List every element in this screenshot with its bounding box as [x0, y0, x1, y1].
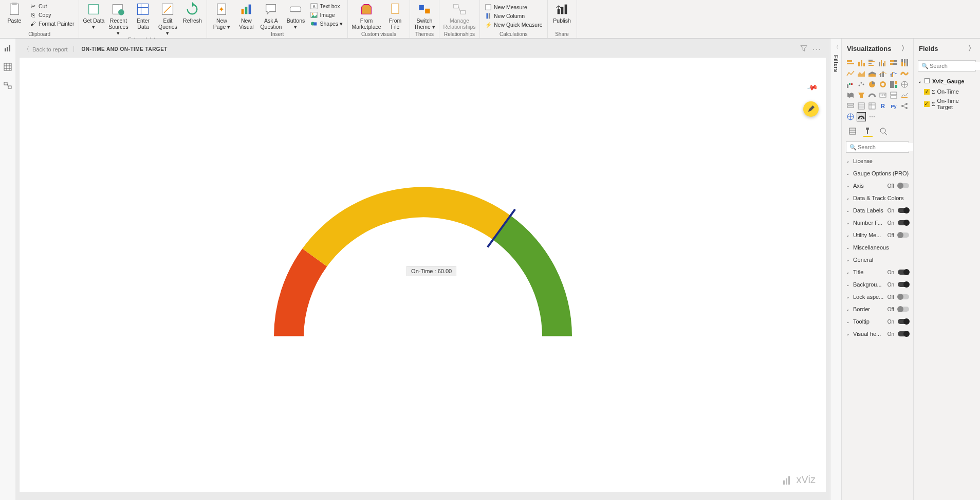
filter-icon[interactable] [800, 45, 807, 53]
format-item[interactable]: ⌄AxisOff [842, 180, 913, 192]
toggle-switch[interactable] [898, 319, 909, 324]
viz-line-stacked-column[interactable] [878, 69, 887, 78]
buttons-button[interactable]: Buttons ▾ [283, 1, 308, 31]
toggle-switch[interactable] [898, 282, 909, 287]
format-item[interactable]: ⌄TooltipOn [842, 315, 913, 328]
manage-relationships-button[interactable]: Manage Relationships [441, 1, 477, 31]
toggle-switch[interactable] [898, 208, 909, 213]
viz-r-script[interactable]: R [878, 101, 887, 111]
toggle-switch[interactable] [898, 307, 909, 312]
nav-model-view[interactable] [3, 81, 12, 90]
viz-clustered-bar[interactable] [867, 58, 877, 67]
from-marketplace-button[interactable]: From Marketplace [350, 1, 383, 31]
format-item[interactable]: ⌄Visual he...On [842, 328, 913, 340]
new-page-button[interactable]: ✦ New Page ▾ [209, 1, 234, 31]
toggle-switch[interactable] [898, 270, 909, 275]
copy-button[interactable]: ⎘ Copy [28, 11, 76, 19]
from-file-button[interactable]: From File [383, 1, 408, 31]
format-item[interactable]: ⌄TitleOn [842, 266, 913, 278]
format-item[interactable]: ⌄BorderOff [842, 303, 913, 315]
toggle-switch[interactable] [898, 294, 909, 299]
format-item[interactable]: ⌄Data & Track Colors [842, 192, 913, 204]
format-item[interactable]: ⌄License [842, 155, 913, 167]
viz-funnel[interactable] [857, 91, 866, 100]
viz-map[interactable] [900, 80, 909, 89]
viz-filled-map[interactable] [846, 91, 855, 100]
get-data-button[interactable]: Get Data ▾ [81, 1, 106, 31]
more-options-icon[interactable]: ··· [812, 45, 822, 53]
enter-data-button[interactable]: Enter Data [131, 1, 155, 31]
new-visual-button[interactable]: New Visual [234, 1, 258, 31]
viz-scatter[interactable] [857, 80, 866, 89]
shapes-button[interactable]: Shapes ▾ [309, 20, 344, 28]
edit-pencil-button[interactable] [803, 101, 819, 117]
viz-card[interactable]: 123 [878, 91, 887, 100]
viz-stacked-bar[interactable] [846, 58, 855, 67]
viz-table[interactable] [857, 101, 866, 111]
format-item[interactable]: ⌄Gauge Options (PRO) [842, 167, 913, 180]
viz-gauge[interactable] [867, 91, 877, 100]
format-item[interactable]: ⌄Backgrou...On [842, 278, 913, 291]
viz-decomposition[interactable] [846, 112, 855, 121]
viz-tab-analytics[interactable] [879, 128, 888, 137]
format-item[interactable]: ⌄Miscellaneous [842, 241, 913, 254]
toggle-switch[interactable] [898, 220, 909, 225]
viz-kpi[interactable] [900, 91, 909, 100]
viz-clustered-column[interactable] [878, 58, 887, 67]
field-item[interactable]: ✓ΣOn-Time [918, 87, 976, 96]
format-item[interactable]: ⌄General [842, 254, 913, 266]
format-item[interactable]: ⌄Number F...On [842, 217, 913, 229]
edit-queries-button[interactable]: Edit Queries ▾ [155, 1, 180, 37]
viz-more[interactable] [867, 112, 877, 121]
format-item[interactable]: ⌄Utility Me...Off [842, 229, 913, 241]
viz-pie[interactable] [867, 80, 877, 89]
toggle-switch[interactable] [898, 183, 909, 188]
cut-button[interactable]: ✂ Cut [28, 2, 76, 10]
viz-waterfall[interactable] [846, 80, 855, 89]
viz-tab-fields[interactable] [848, 128, 857, 137]
report-canvas[interactable]: 📌 On-Time : 60.00 [20, 58, 826, 492]
viz-python[interactable]: Py [889, 101, 898, 111]
viz-donut[interactable] [878, 80, 887, 89]
field-table-header[interactable]: ⌄Xviz_Gauge [918, 76, 976, 87]
field-checkbox[interactable]: ✓ [924, 101, 930, 107]
viz-slicer[interactable] [846, 101, 855, 111]
format-item[interactable]: ⌄Data LabelsOn [842, 204, 913, 217]
paste-button[interactable]: Paste [2, 1, 27, 25]
format-item[interactable]: ⌄Lock aspe...Off [842, 291, 913, 303]
field-item[interactable]: ✓ΣOn-Time Target [918, 96, 976, 112]
toggle-switch[interactable] [898, 331, 909, 336]
text-box-button[interactable]: A Text box [309, 2, 344, 10]
image-button[interactable]: Image [309, 11, 344, 19]
new-quick-measure-button[interactable]: ⚡ New Quick Measure [483, 21, 544, 29]
viz-search-box[interactable]: 🔍 [846, 141, 909, 153]
viz-custom-gauge[interactable] [857, 112, 866, 121]
viz-matrix[interactable] [867, 101, 877, 111]
chevron-right-icon[interactable]: 〉 [901, 44, 908, 53]
ask-question-button[interactable]: Ask A Question [258, 1, 283, 31]
back-to-report-link[interactable]: 〈 Back to report [24, 45, 67, 53]
pin-icon[interactable]: 📌 [806, 82, 818, 94]
switch-theme-button[interactable]: Switch Theme ▾ [412, 1, 437, 31]
viz-treemap[interactable] [889, 80, 898, 89]
viz-stacked-column[interactable] [857, 58, 866, 67]
viz-line[interactable] [846, 69, 855, 78]
format-painter-button[interactable]: 🖌 Format Painter [28, 20, 76, 28]
new-measure-button[interactable]: New Measure [483, 3, 544, 11]
filters-pane-collapsed[interactable]: 〈 Filters [830, 39, 841, 500]
chevron-right-icon[interactable]: 〉 [968, 44, 975, 53]
viz-line-clustered-column[interactable] [889, 69, 898, 78]
fields-search-input[interactable] [929, 62, 980, 70]
recent-sources-button[interactable]: Recent Sources ▾ [106, 1, 131, 37]
viz-tab-format[interactable] [863, 128, 873, 137]
viz-key-influencers[interactable] [900, 101, 909, 111]
viz-area[interactable] [857, 69, 866, 78]
viz-100-stacked-bar[interactable] [889, 58, 898, 67]
refresh-button[interactable]: Refresh [180, 1, 205, 25]
publish-button[interactable]: Publish [550, 1, 575, 25]
nav-data-view[interactable] [3, 62, 12, 72]
viz-multi-row-card[interactable] [889, 91, 898, 100]
viz-100-stacked-column[interactable] [900, 58, 909, 67]
toggle-switch[interactable] [898, 233, 909, 238]
viz-ribbon[interactable] [900, 69, 909, 78]
